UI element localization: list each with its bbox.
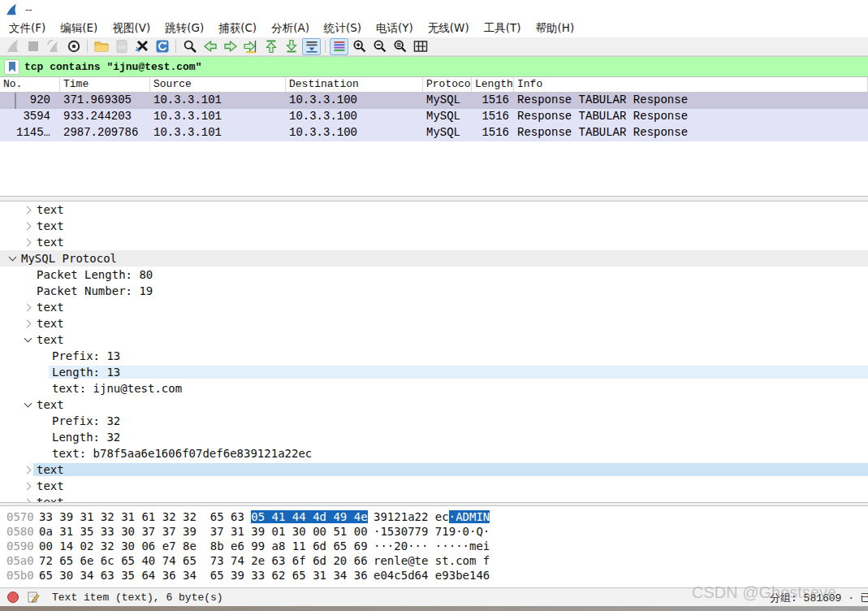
tree-row[interactable]: Length: 32 bbox=[0, 429, 868, 445]
menu-item-tools[interactable]: 工具(T) bbox=[477, 20, 529, 37]
chevron-right-icon[interactable] bbox=[22, 204, 33, 215]
open-file-button[interactable] bbox=[92, 38, 110, 55]
chevron-right-icon[interactable] bbox=[22, 318, 33, 329]
menu-item-go[interactable]: 跳转(G) bbox=[158, 20, 211, 37]
resize-columns-button[interactable] bbox=[411, 38, 430, 55]
packet-row[interactable]: 3594933.24420310.3.3.10110.3.3.100MySQL1… bbox=[0, 109, 868, 125]
find-packet-button[interactable] bbox=[180, 38, 199, 55]
tree-row[interactable]: text bbox=[0, 332, 868, 348]
tree-row[interactable]: Packet Number: 19 bbox=[0, 283, 868, 299]
tree-row[interactable]: MySQL Protocol bbox=[0, 250, 868, 266]
menu-item-statistics[interactable]: 统计(S) bbox=[317, 20, 369, 37]
hex-row[interactable]: 05b065 30 34 63 35 64 36 34 65 39 33 62 … bbox=[0, 569, 868, 583]
chevron-right-icon[interactable] bbox=[22, 220, 33, 232]
packet-cell-info: Response TABULAR Response bbox=[514, 93, 868, 109]
last-packet-button[interactable] bbox=[282, 38, 300, 55]
menu-item-telephony[interactable]: 电话(Y) bbox=[369, 20, 421, 37]
chevron-down-icon[interactable] bbox=[22, 334, 33, 345]
chevron-spacer bbox=[22, 285, 33, 297]
capture-options-button[interactable] bbox=[64, 38, 83, 55]
menu-item-view[interactable]: 视图(V) bbox=[105, 20, 158, 37]
menu-item-analyze[interactable]: 分析(A) bbox=[264, 20, 317, 37]
tree-row[interactable]: text bbox=[0, 396, 868, 413]
colorize-button[interactable] bbox=[330, 38, 348, 55]
close-file-button[interactable] bbox=[132, 38, 151, 55]
filter-expression-text: tcp contains "ijnu@test.com" bbox=[24, 61, 201, 73]
column-header-source[interactable]: Source bbox=[150, 77, 286, 92]
hex-dump-pane[interactable]: 057033 39 31 32 31 61 32 32 65 63 05 41 … bbox=[0, 506, 868, 587]
menu-item-capture[interactable]: 捕获(C) bbox=[211, 20, 264, 37]
tree-row[interactable]: Prefix: 32 bbox=[0, 413, 868, 429]
tree-row-label: text bbox=[33, 333, 868, 346]
column-header-length[interactable]: Length bbox=[472, 77, 514, 92]
hex-ascii: e04c5d64 e93be146 bbox=[374, 569, 490, 583]
zoom-reset-button[interactable] bbox=[391, 38, 409, 55]
packet-list-header[interactable]: No.TimeSourceDestinationProtocolLengthIn… bbox=[0, 77, 868, 93]
next-packet-button[interactable] bbox=[221, 38, 240, 55]
column-header-no[interactable]: No. bbox=[0, 77, 60, 92]
window-title: -- bbox=[25, 4, 32, 15]
column-header-destination[interactable]: Destination bbox=[286, 77, 423, 92]
chevron-down-icon[interactable] bbox=[22, 399, 33, 410]
packet-row[interactable]: 1145…2987.20978610.3.3.10110.3.3.100MySQ… bbox=[0, 125, 868, 141]
menu-item-wireless[interactable]: 无线(W) bbox=[421, 20, 477, 37]
menu-item-edit[interactable]: 编辑(E) bbox=[53, 20, 105, 37]
chevron-right-icon[interactable] bbox=[22, 464, 33, 475]
first-packet-button[interactable] bbox=[261, 38, 280, 55]
chevron-right-icon[interactable] bbox=[22, 480, 33, 492]
tree-row[interactable]: text bbox=[0, 218, 868, 234]
tree-row[interactable]: Length: 13 bbox=[0, 364, 868, 380]
tree-row[interactable]: text bbox=[0, 494, 868, 502]
hex-row[interactable]: 059000 14 02 32 30 06 e7 8e 8b e6 99 a8 … bbox=[0, 540, 868, 554]
tree-row[interactable]: text bbox=[0, 462, 868, 478]
tree-row[interactable]: Prefix: 13 bbox=[0, 348, 868, 364]
wireshark-window: -- 文件(F)编辑(E)视图(V)跳转(G)捕获(C)分析(A)统计(S)电话… bbox=[0, 0, 868, 611]
status-bar: Text item (text), 6 byte(s) 分组: 581609 ·… bbox=[0, 587, 868, 606]
tree-row[interactable]: text: ijnu@test.com bbox=[0, 380, 868, 396]
packet-count-status: 分组: 581609 · 已 bbox=[770, 591, 868, 605]
filter-bookmark-button[interactable] bbox=[4, 59, 19, 75]
stop-capture-button[interactable] bbox=[24, 38, 42, 55]
zoom-out-button[interactable] bbox=[370, 38, 389, 55]
column-header-protocol[interactable]: Protocol bbox=[423, 77, 472, 92]
tree-row-label: MySQL Protocol bbox=[18, 252, 868, 265]
pane-splitter-top[interactable] bbox=[0, 196, 868, 202]
column-header-info[interactable]: Info bbox=[514, 77, 868, 92]
column-header-time[interactable]: Time bbox=[60, 77, 150, 92]
tree-row[interactable]: text bbox=[0, 315, 868, 332]
packet-cell-source: 10.3.3.101 bbox=[150, 109, 286, 125]
chevron-right-icon[interactable] bbox=[22, 496, 33, 502]
reload-file-button[interactable] bbox=[153, 38, 171, 55]
hex-row[interactable]: 05800a 31 35 33 30 37 37 39 37 31 39 01 … bbox=[0, 525, 868, 540]
menu-item-file[interactable]: 文件(F) bbox=[2, 20, 53, 37]
save-file-button[interactable]: 010 bbox=[112, 38, 131, 55]
tree-row[interactable]: text bbox=[0, 299, 868, 315]
chevron-right-icon[interactable] bbox=[22, 236, 33, 248]
tree-row[interactable]: text bbox=[0, 202, 868, 218]
chevron-right-icon[interactable] bbox=[22, 301, 33, 313]
menu-item-help[interactable]: 帮助(H) bbox=[528, 20, 581, 37]
display-filter-input[interactable]: tcp contains "ijnu@test.com" bbox=[0, 57, 868, 76]
goto-packet-button[interactable] bbox=[241, 38, 260, 55]
hex-row[interactable]: 05a072 65 6e 6c 65 40 74 65 73 74 2e 63 … bbox=[0, 554, 868, 569]
menu-bar: 文件(F)编辑(E)视图(V)跳转(G)捕获(C)分析(A)统计(S)电话(Y)… bbox=[0, 20, 868, 37]
previous-packet-button[interactable] bbox=[201, 38, 219, 55]
chevron-spacer bbox=[37, 448, 49, 459]
start-capture-button[interactable] bbox=[3, 38, 22, 55]
packet-cell-info: Response TABULAR Response bbox=[514, 109, 868, 125]
tree-row[interactable]: text: b78f5aa6e1606f07def6e839121a22ec bbox=[0, 445, 868, 462]
tree-row[interactable]: text bbox=[0, 478, 868, 494]
auto-scroll-button[interactable] bbox=[302, 38, 321, 55]
tree-row[interactable]: Packet Length: 80 bbox=[0, 266, 868, 283]
tree-row[interactable]: text bbox=[0, 234, 868, 250]
packet-row[interactable]: 920371.96930510.3.3.10110.3.3.100MySQL15… bbox=[0, 93, 868, 109]
zoom-in-button[interactable] bbox=[350, 38, 369, 55]
chevron-down-icon[interactable] bbox=[6, 253, 18, 264]
hex-row[interactable]: 057033 39 31 32 31 61 32 32 65 63 05 41 … bbox=[0, 510, 868, 525]
packet-cell-no: 3594 bbox=[0, 109, 60, 125]
capture-comment-button[interactable] bbox=[25, 590, 41, 604]
expert-info-button[interactable] bbox=[5, 590, 20, 604]
red-circle-icon bbox=[6, 591, 19, 604]
packet-detail-tree: texttexttextMySQL ProtocolPacket Length:… bbox=[0, 202, 868, 502]
restart-capture-button[interactable] bbox=[44, 38, 63, 55]
